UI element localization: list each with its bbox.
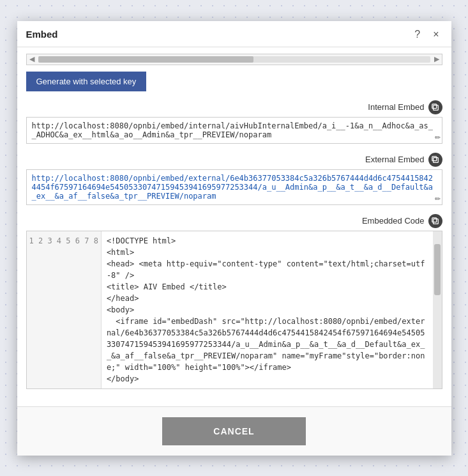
dialog-body: ◀ ▶ Generate with selected key Internal … xyxy=(17,47,451,406)
embedded-code-label-row: Embedded Code xyxy=(26,214,442,228)
external-embed-textarea[interactable] xyxy=(27,170,442,204)
header-icons: ? × xyxy=(411,27,442,42)
right-scroll-thumb xyxy=(434,244,441,295)
help-button[interactable]: ? xyxy=(411,27,423,42)
dialog-title: Embed xyxy=(26,29,58,40)
svg-rect-1 xyxy=(432,104,436,108)
dialog-footer: CANCEL xyxy=(17,406,451,456)
internal-embed-label-row: Internal Embed xyxy=(26,100,442,114)
scroll-left-icon[interactable]: ◀ xyxy=(27,55,37,63)
embed-dialog: Embed ? × ◀ ▶ Generate with selected key… xyxy=(17,21,451,456)
svg-rect-3 xyxy=(432,156,436,160)
scroll-right-icon[interactable]: ▶ xyxy=(432,55,442,63)
svg-rect-4 xyxy=(433,219,438,224)
internal-embed-copy-button[interactable] xyxy=(428,100,442,114)
embedded-code-copy-button[interactable] xyxy=(428,214,442,228)
internal-embed-edit-icon[interactable]: ✏ xyxy=(435,134,441,142)
svg-rect-2 xyxy=(433,157,438,162)
scrollbar-track xyxy=(38,56,430,63)
right-scrollbar[interactable] xyxy=(433,231,442,388)
external-embed-label: External Embed xyxy=(365,155,425,164)
embedded-code-label: Embedded Code xyxy=(362,216,425,226)
scrollbar-thumb xyxy=(38,56,254,63)
dialog-header: Embed ? × xyxy=(17,21,451,47)
cancel-button[interactable]: CANCEL xyxy=(162,417,305,445)
svg-rect-5 xyxy=(432,217,436,222)
external-embed-wrapper: ✏ xyxy=(26,169,442,205)
top-scrollbar[interactable]: ◀ ▶ xyxy=(26,54,442,65)
close-button[interactable]: × xyxy=(430,27,442,42)
generate-selected-key-button[interactable]: Generate with selected key xyxy=(26,72,147,91)
embedded-code-wrapper: 1 2 3 4 5 6 7 8 <!DOCTYPE html> <html> <… xyxy=(26,231,442,389)
svg-rect-0 xyxy=(433,105,438,110)
external-embed-label-row: External Embed xyxy=(26,153,442,167)
line-numbers: 1 2 3 4 5 6 7 8 xyxy=(27,231,102,388)
internal-embed-textarea[interactable] xyxy=(27,118,442,143)
code-content[interactable]: <!DOCTYPE html> <html> <head> <meta http… xyxy=(102,231,433,388)
internal-embed-label: Internal Embed xyxy=(368,102,424,112)
internal-embed-wrapper: ✏ xyxy=(26,117,442,144)
external-embed-copy-button[interactable] xyxy=(428,153,442,167)
external-embed-edit-icon[interactable]: ✏ xyxy=(435,195,441,203)
